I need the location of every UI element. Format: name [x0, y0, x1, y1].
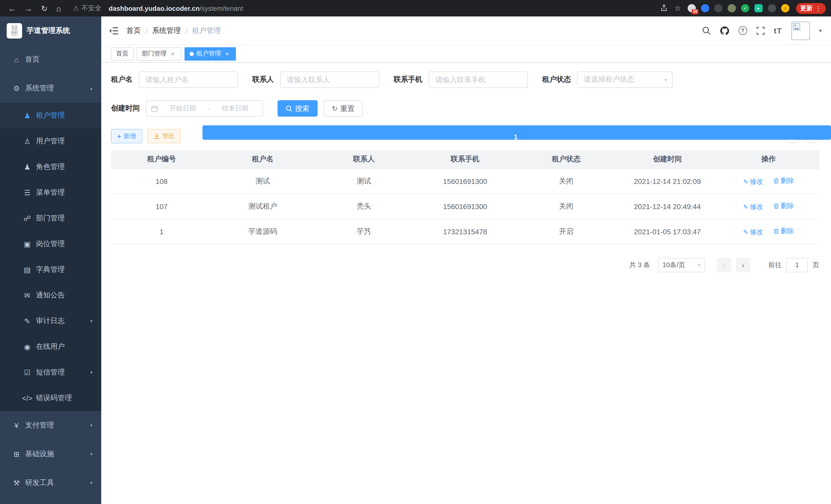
- warning-icon: ⚠: [73, 5, 79, 12]
- tenant-name-cell: 测试: [212, 169, 314, 194]
- page-size-select[interactable]: 10条/页 ▾: [658, 258, 705, 272]
- security-label: 不安全: [82, 4, 102, 13]
- sidebar-fold-icon[interactable]: [109, 27, 118, 34]
- close-icon[interactable]: ×: [224, 50, 231, 57]
- create-time-range-picker[interactable]: 开始日期 - 结束日期: [146, 100, 263, 117]
- sidebar-menu-item[interactable]: ▣ 岗位管理: [0, 231, 101, 257]
- view-tab[interactable]: 首页: [111, 47, 134, 60]
- devtools-icon: ⚒: [11, 479, 22, 486]
- close-icon[interactable]: ×: [169, 50, 176, 57]
- sidebar-menu-item[interactable]: ♙ 用户管理: [0, 128, 101, 154]
- forward-icon[interactable]: →: [25, 4, 32, 12]
- chevron-down-icon[interactable]: ▾: [819, 28, 822, 33]
- extension-teal-square-icon[interactable]: ▸: [754, 4, 763, 12]
- chevron-icon: ▾: [90, 370, 92, 375]
- prev-page-button[interactable]: ‹: [717, 258, 731, 272]
- delete-button[interactable]: 删除: [773, 226, 794, 236]
- share-icon[interactable]: [661, 4, 668, 12]
- extension-blue-icon[interactable]: [701, 4, 709, 12]
- chrome-update-button[interactable]: 更新 ⋮: [796, 3, 826, 13]
- github-icon[interactable]: [720, 26, 729, 35]
- sidebar-menu-item[interactable]: ☑ 短信管理 ▾: [0, 360, 101, 385]
- user-avatar[interactable]: [792, 21, 810, 40]
- next-page-button[interactable]: ›: [736, 258, 750, 272]
- edit-button[interactable]: ✎ 修改: [743, 177, 763, 186]
- end-date-placeholder: 结束日期: [212, 104, 258, 113]
- sidebar-menu-item[interactable]: ⌂ 首页: [0, 45, 101, 74]
- bookmark-star-icon[interactable]: ☆: [675, 5, 681, 12]
- phone-input[interactable]: [429, 71, 528, 88]
- edit-icon: ✎: [743, 203, 748, 210]
- notice-icon: ✉: [22, 292, 33, 299]
- breadcrumb-item[interactable]: 租户管理: [192, 26, 221, 35]
- search-button[interactable]: 搜索: [278, 100, 318, 117]
- back-icon[interactable]: ←: [8, 4, 16, 12]
- edit-button[interactable]: ✎ 修改: [743, 202, 763, 211]
- reset-button[interactable]: ↻ 重置: [324, 100, 363, 117]
- delete-button[interactable]: 删除: [773, 201, 794, 210]
- extension-puzzle-icon[interactable]: [768, 4, 776, 12]
- tenant-id-cell: 1: [111, 219, 212, 244]
- extension-emoji-face-icon[interactable]: ☺: [781, 4, 790, 12]
- chevron-icon: ▾: [90, 423, 92, 428]
- menu-kebab-icon[interactable]: ⋮: [815, 4, 822, 12]
- start-date-placeholder: 开始日期: [160, 104, 206, 113]
- page-number-button[interactable]: 1: [202, 125, 831, 140]
- sidebar-menu-item[interactable]: ¥ 支付管理 ▾: [0, 411, 101, 440]
- trash-icon: [773, 228, 779, 234]
- sidebar-menu-item[interactable]: ⚒ 研发工具 ▾: [0, 469, 101, 497]
- view-tab[interactable]: 部门管理 ×: [137, 47, 181, 60]
- contact-cell: 测试: [313, 169, 414, 194]
- sidebar-menu-item[interactable]: ▤ 字典管理: [0, 257, 101, 283]
- tenant-status-select[interactable]: 请选择租户状态 ▾: [577, 71, 673, 88]
- sidebar-menu-item[interactable]: </> 错误码管理: [0, 385, 101, 411]
- search-icon[interactable]: [702, 26, 711, 35]
- tenant-name-label: 租户名: [111, 75, 133, 84]
- add-button[interactable]: + 新增: [111, 129, 142, 143]
- phone-label: 联系手机: [394, 75, 423, 84]
- sidebar-menu-item[interactable]: ♟ 角色管理: [0, 154, 101, 180]
- fullscreen-icon[interactable]: [756, 26, 765, 35]
- edit-button[interactable]: ✎ 修改: [743, 227, 763, 237]
- active-dot: [190, 52, 194, 56]
- sidebar-menu-item[interactable]: ⊞ 基础设施 ▾: [0, 440, 101, 469]
- sidebar-menu-item[interactable]: ◉ 在线用户: [0, 334, 101, 360]
- font-size-icon[interactable]: tT: [774, 27, 782, 34]
- reload-icon[interactable]: ↻: [41, 4, 48, 12]
- view-tab[interactable]: 租户管理 ×: [184, 47, 236, 60]
- menu-item-label: 研发工具: [25, 478, 54, 487]
- breadcrumb-item[interactable]: 系统管理: [152, 26, 181, 35]
- breadcrumb-separator: /: [145, 26, 147, 35]
- infrastructure-icon: ⊞: [11, 451, 22, 458]
- menu-item-label: 租户管理: [36, 111, 65, 120]
- chevron-icon: ▾: [90, 480, 92, 485]
- chevron-icon: ▾: [90, 452, 92, 457]
- help-icon[interactable]: ?: [739, 26, 747, 35]
- sidebar-menu-item[interactable]: ☍ 部门管理: [0, 206, 101, 231]
- browser-home-icon[interactable]: ⌂: [56, 4, 61, 12]
- filter-form: 租户名 联系人 联系手机 租户状态 请选择租户状态 ▾ 创建时间: [111, 71, 819, 129]
- sidebar-menu-item[interactable]: ☰ 菜单管理: [0, 180, 101, 206]
- sidebar-menu-item[interactable]: ♟ 租户管理: [0, 103, 101, 128]
- extension-adblock-icon[interactable]: 10: [688, 4, 696, 12]
- sidebar-menu-item[interactable]: ✎ 审计日志 ▾: [0, 308, 101, 334]
- actions-cell: ✎ 修改 删除: [718, 169, 819, 194]
- status-label: 租户状态: [542, 75, 571, 84]
- page-unit-label: 页: [812, 260, 819, 269]
- edit-icon: ✎: [743, 228, 748, 236]
- breadcrumb-item[interactable]: 首页: [126, 26, 141, 35]
- contact-input[interactable]: [280, 71, 379, 88]
- tenant-name-input[interactable]: [139, 71, 238, 88]
- sidebar-menu-item[interactable]: ✉ 通知公告: [0, 283, 101, 308]
- sidebar-menu-item[interactable]: ⚙ 系统管理 ▴: [0, 74, 101, 103]
- extension-olive-icon[interactable]: [728, 4, 736, 12]
- export-button[interactable]: 导出: [147, 129, 181, 143]
- goto-page-input[interactable]: [786, 258, 808, 272]
- menu-item-label: 系统管理: [25, 84, 54, 93]
- extension-green-circle-icon[interactable]: ✓: [741, 4, 749, 12]
- extension-dark-sphere-icon[interactable]: [714, 4, 722, 12]
- dictionary-icon: ▤: [22, 266, 33, 273]
- actions-cell: ✎ 修改 删除: [718, 194, 819, 219]
- delete-button[interactable]: 删除: [773, 176, 794, 185]
- address-bar[interactable]: ⚠ 不安全 dashboard.yudao.iocoder.cn/system/…: [73, 4, 661, 13]
